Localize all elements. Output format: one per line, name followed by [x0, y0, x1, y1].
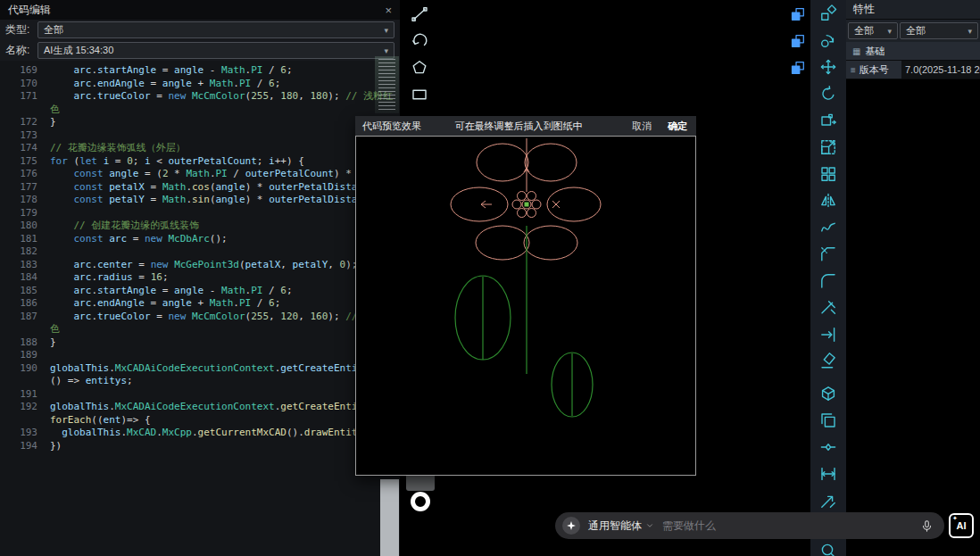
code-line: 181 const arc = new McDbArc(); — [0, 233, 400, 246]
tool-move[interactable] — [818, 57, 839, 77]
scrollbar-thumb[interactable] — [380, 479, 399, 556]
tool-spline[interactable] — [818, 218, 839, 237]
tool-box-3d[interactable] — [818, 384, 839, 403]
tool-rectangle[interactable] — [406, 83, 433, 106]
chevron-down-icon: ▾ — [384, 46, 388, 55]
measure-icon — [819, 465, 837, 483]
code-line: 172} — [0, 116, 400, 129]
line-icon — [411, 5, 428, 23]
property-key: ≡ 版本号 — [846, 61, 901, 79]
erase-icon — [819, 353, 837, 370]
tool-trim[interactable] — [818, 298, 839, 318]
chevron-down-icon: ▾ — [887, 27, 892, 36]
cancel-button[interactable]: 取消 — [632, 120, 652, 133]
tool-chamfer[interactable] — [818, 245, 839, 264]
tool-zoom[interactable] — [818, 541, 839, 556]
ai-badge-label: AI — [957, 520, 967, 531]
tool-align[interactable] — [818, 491, 839, 510]
minimap[interactable] — [375, 56, 399, 113]
section-header-basic[interactable]: ▦ 基础 — [846, 42, 980, 61]
extend-icon — [819, 326, 837, 344]
tool-line[interactable] — [406, 3, 433, 26]
code-line: () => entitys; — [0, 375, 400, 388]
move-icon — [819, 58, 837, 76]
preview-canvas[interactable] — [355, 136, 696, 476]
code-line: 176 const angle = (2 * Math.PI / outerPe… — [0, 168, 400, 181]
tool-break[interactable] — [818, 437, 839, 457]
name-select[interactable]: AI生成 15:34:30 ▾ — [37, 42, 394, 59]
chevron-down-icon: ▾ — [384, 26, 388, 35]
align-icon — [819, 492, 837, 510]
property-value[interactable]: 7.0(2025-11-18 20:48 0 — [901, 61, 980, 79]
array-icon — [819, 165, 837, 183]
record-circle-button[interactable] — [411, 492, 430, 511]
tool-polygon[interactable] — [406, 56, 433, 79]
code-area[interactable]: 169 arc.startAngle = angle - Math.PI / 6… — [0, 62, 400, 556]
code-line: 191 — [0, 388, 400, 402]
tool-rotate[interactable] — [818, 84, 839, 104]
tool-mirror[interactable] — [818, 191, 839, 211]
tool-erase[interactable] — [818, 352, 839, 371]
dialog-header: 代码预览效果 可在最终调整后插入到图纸中 取消 确定 — [355, 116, 696, 136]
ok-button[interactable]: 确定 — [668, 120, 687, 133]
close-icon[interactable]: × — [385, 4, 392, 17]
name-field-row: 名称: AI生成 15:34:30 ▾ — [0, 40, 400, 61]
tool-panel-toggle[interactable] — [789, 5, 807, 23]
code-line: 173 — [0, 129, 400, 143]
code-line: 色 — [0, 104, 400, 117]
code-line: 184 arc.radius = 16; — [0, 271, 400, 285]
tool-insert-block[interactable] — [818, 4, 839, 23]
section-label: 基础 — [865, 45, 884, 58]
properties-filter-2[interactable]: 全部 ▾ — [900, 22, 978, 39]
property-key-label: 版本号 — [860, 63, 889, 77]
properties-title-label: 特性 — [853, 2, 875, 17]
panel-toggle-icon — [790, 6, 806, 22]
draw-toolbar — [403, 0, 436, 106]
tool-panel-toggle[interactable] — [789, 59, 807, 77]
ai-assistant-button[interactable]: AI — [949, 513, 974, 538]
tool-stretch[interactable] — [818, 111, 839, 130]
panel-toggle-icon — [790, 33, 806, 49]
name-label: 名称: — [5, 43, 34, 58]
code-line: 183 arc.center = new McGePoint3d(petalX,… — [0, 259, 400, 272]
filter-1-value: 全部 — [854, 24, 874, 37]
properties-filter-1[interactable]: 全部 ▾ — [848, 22, 898, 39]
type-select[interactable]: 全部 ▾ — [37, 21, 394, 38]
mxcad-app: 代码编辑 × 类型: 全部 ▾ 名称: AI生成 15:34:30 ▾ 169 … — [0, 0, 980, 556]
tool-fillet[interactable] — [818, 271, 839, 291]
copy-icon — [819, 411, 837, 429]
tool-panel-toggle[interactable] — [789, 32, 807, 50]
code-line: 175for (let i = 0; i < outerPetalCount; … — [0, 155, 400, 169]
polygon-icon — [411, 59, 428, 77]
tool-measure[interactable] — [818, 464, 839, 484]
tool-ucs-rotate[interactable] — [818, 30, 839, 50]
mic-icon[interactable] — [920, 519, 934, 533]
code-line: 189 — [0, 349, 400, 362]
rectangle-icon — [411, 86, 428, 104]
panel-toggle-group — [789, 5, 807, 77]
list-icon: ≡ — [851, 65, 856, 75]
ucs-rotate-icon — [819, 31, 837, 49]
properties-filters: 全部 ▾ 全部 ▾ — [846, 20, 980, 42]
agent-selector[interactable]: 通用智能体 — [588, 519, 654, 534]
scale-icon — [819, 138, 837, 156]
break-icon — [819, 438, 837, 456]
agent-label: 通用智能体 — [588, 519, 642, 534]
tool-array[interactable] — [818, 164, 839, 184]
type-select-value: 全部 — [44, 23, 63, 37]
tool-extend[interactable] — [818, 325, 839, 344]
code-line: 174// 花瓣边缘装饰弧线（外层） — [0, 142, 400, 155]
tool-undo-arc[interactable] — [406, 29, 433, 53]
code-line: 192globalThis.MxCADAiCodeExecutionContex… — [0, 401, 400, 414]
code-line: 185 arc.startAngle = angle - Math.PI / 6… — [0, 285, 400, 298]
tool-scale[interactable] — [818, 137, 839, 157]
code-line: 188} — [0, 336, 400, 350]
code-line: 179 — [0, 207, 400, 220]
chamfer-icon — [819, 245, 837, 263]
code-editor-panel: 代码编辑 × 类型: 全部 ▾ 名称: AI生成 15:34:30 ▾ 169 … — [0, 0, 400, 556]
chat-input[interactable]: 需要做什么 — [662, 519, 912, 534]
code-line: 171 arc.trueColor = new McCmColor(255, 1… — [0, 90, 400, 104]
properties-title: 特性 — [846, 0, 980, 20]
panel-toggle-icon — [790, 60, 806, 76]
tool-copy[interactable] — [818, 411, 839, 430]
